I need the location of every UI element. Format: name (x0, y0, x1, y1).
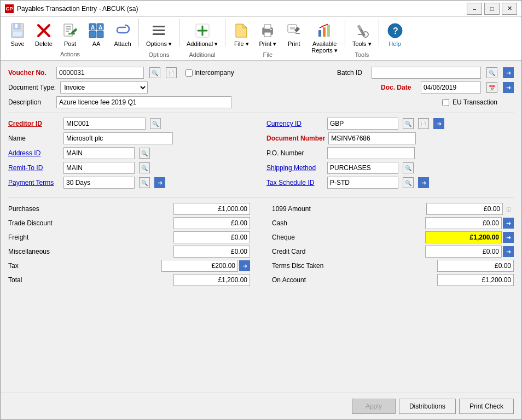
creditor-id-label[interactable]: Creditor ID (8, 120, 60, 127)
payment-arrow-button[interactable]: ➜ (154, 177, 165, 188)
cheque-input[interactable] (425, 231, 502, 243)
section-divider-2 (8, 197, 514, 197)
bottom-buttons: Apply Distributions Print Check (1, 393, 521, 419)
currency-id-input[interactable] (327, 118, 398, 130)
svg-rect-11 (68, 33, 75, 34)
shipping-method-input[interactable] (327, 162, 398, 174)
print-button[interactable]: Print ▾ (255, 19, 280, 50)
distributions-button[interactable]: Distributions (399, 399, 456, 414)
doc-date-input[interactable] (421, 81, 481, 94)
credit-card-input[interactable] (425, 246, 502, 258)
creditor-id-input[interactable] (63, 118, 146, 130)
tax-schedule-input[interactable] (327, 177, 398, 189)
tax-arrow-button[interactable]: ➜ (418, 177, 429, 188)
address-search-button[interactable]: 🔍 (139, 148, 150, 159)
voucher-no-input[interactable] (56, 67, 144, 79)
toolbar-reports-row: Available Reports ▾ (308, 19, 341, 57)
print-icon (259, 22, 276, 39)
description-input[interactable] (56, 96, 231, 108)
amount-1099-input[interactable] (426, 203, 503, 215)
additional-icon (194, 22, 211, 39)
doc-type-select[interactable]: Invoice Finance Charge Miscellaneous Cha… (60, 81, 148, 94)
minimize-button[interactable]: – (467, 3, 482, 15)
aa-button[interactable]: AA AA (84, 19, 109, 50)
shipping-method-label[interactable]: Shipping Method (266, 164, 324, 172)
tax-arrow-button2[interactable]: ➜ (239, 260, 250, 271)
currency-doc-button[interactable]: 📄 (418, 118, 429, 129)
delete-label: Delete (35, 40, 53, 47)
currency-arrow-button[interactable]: ➜ (433, 118, 444, 129)
miscellaneous-row: Miscellaneous (8, 246, 250, 258)
toolbar-section-options: Options ▾ Options (142, 19, 176, 58)
payment-terms-label[interactable]: Payment Terms (8, 179, 60, 186)
tools-label: Tools ▾ (352, 40, 372, 48)
toolbar-file-row: File ▾ Print ▾ Print (229, 19, 306, 50)
print2-icon (285, 22, 303, 39)
creditor-search-button[interactable]: 🔍 (150, 118, 161, 129)
tax-search-button[interactable]: 🔍 (403, 177, 414, 188)
toolbar-additional-row: Additional ▾ (183, 19, 222, 50)
print-check-button[interactable]: Print Check (459, 399, 514, 414)
remit-id-input[interactable] (63, 162, 135, 174)
currency-id-label[interactable]: Currency ID (266, 120, 324, 127)
options-button[interactable]: Options ▾ (142, 19, 176, 50)
left-section: Creditor ID 🔍 Name Address ID 🔍 Re (8, 118, 256, 191)
voucher-new-button[interactable]: 📄 (166, 67, 177, 78)
name-input[interactable] (63, 132, 173, 144)
shipping-search-button[interactable]: 🔍 (403, 162, 414, 173)
tax-input[interactable] (161, 260, 238, 272)
address-id-input[interactable] (63, 147, 135, 159)
creditor-id-row: Creditor ID 🔍 (8, 118, 256, 130)
terms-disc-input[interactable] (437, 260, 514, 272)
post-button[interactable]: Post (57, 19, 83, 50)
attach-button[interactable]: Attach (110, 19, 135, 50)
svg-rect-14 (89, 31, 96, 38)
help-button[interactable]: ? Help (382, 19, 408, 50)
additional-button[interactable]: Additional ▾ (183, 19, 222, 50)
print2-button[interactable]: Print (281, 19, 306, 50)
svg-rect-30 (290, 28, 295, 30)
on-account-input[interactable] (437, 274, 514, 286)
cash-input[interactable] (425, 217, 502, 229)
tools-button[interactable]: Tools ▾ (349, 19, 375, 50)
address-id-label[interactable]: Address ID (8, 149, 60, 157)
document-number-input[interactable] (328, 132, 416, 144)
trade-discount-input[interactable] (173, 217, 250, 229)
file-button[interactable]: File ▾ (229, 19, 254, 50)
remit-id-label[interactable]: Remit-To ID (8, 164, 60, 172)
close-button[interactable]: ✕ (502, 3, 517, 15)
payment-search-button[interactable]: 🔍 (139, 177, 150, 188)
doc-date-arrow-button[interactable]: ➜ (503, 82, 514, 93)
freight-input[interactable] (173, 231, 250, 243)
description-label: Description (8, 98, 52, 106)
attach-label: Attach (114, 40, 131, 47)
cheque-arrow-button[interactable]: ➜ (503, 232, 514, 243)
save-button[interactable]: Save (5, 19, 30, 50)
cash-arrow-button[interactable]: ➜ (503, 218, 514, 229)
credit-card-arrow-button[interactable]: ➜ (503, 246, 514, 257)
doc-date-calendar-button[interactable]: 📅 (486, 82, 497, 93)
purchases-input[interactable] (173, 203, 250, 215)
delete-button[interactable]: Delete (31, 19, 56, 50)
batch-arrow-button[interactable]: ➜ (503, 67, 514, 78)
remit-search-button[interactable]: 🔍 (139, 162, 150, 173)
toolbar: Save Delete Post (1, 17, 521, 61)
reports-button[interactable]: Available Reports ▾ (308, 19, 341, 57)
maximize-button[interactable]: □ (484, 3, 500, 15)
total-input[interactable] (173, 274, 250, 286)
currency-search-button[interactable]: 🔍 (403, 118, 414, 129)
batch-search-button[interactable]: 🔍 (486, 67, 497, 78)
save-label: Save (10, 40, 24, 47)
batch-id-input[interactable] (372, 67, 481, 79)
voucher-search-button[interactable]: 🔍 (149, 67, 160, 78)
tax-schedule-label[interactable]: Tax Schedule ID (266, 179, 324, 186)
po-number-input[interactable] (327, 147, 415, 159)
po-number-label: P.O. Number (266, 149, 324, 157)
svg-rect-9 (66, 31, 69, 32)
intercompany-checkbox[interactable] (185, 69, 193, 77)
eu-transaction-checkbox[interactable] (442, 99, 449, 106)
miscellaneous-input[interactable] (173, 246, 250, 258)
payment-terms-input[interactable] (63, 177, 135, 189)
toolbar-section-help: ? Help (382, 19, 408, 50)
apply-button[interactable]: Apply (352, 399, 396, 414)
